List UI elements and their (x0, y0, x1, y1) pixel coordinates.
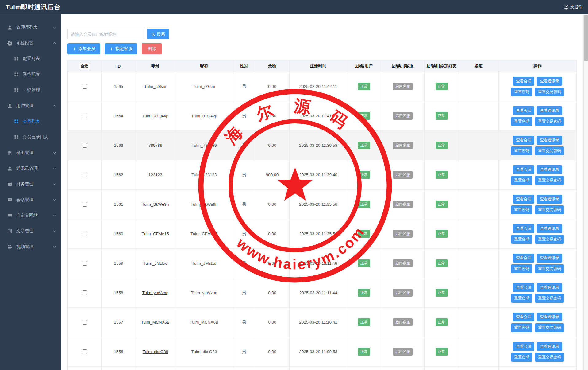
account-link[interactable]: Tulm_c0lsnr (144, 84, 167, 89)
sidebar-item-admin-list[interactable]: 管理员列表 (0, 20, 61, 35)
view-session-button[interactable]: 查看会话 (513, 342, 534, 351)
view-contacts-button[interactable]: 查看通讯录 (537, 283, 562, 292)
friend-status-badge[interactable]: 正常 (436, 259, 448, 267)
view-contacts-button[interactable]: 查看通讯录 (537, 313, 562, 321)
reset-password-button[interactable]: 重置密码 (511, 88, 532, 96)
account-link[interactable]: Tulm_SkWe9h (142, 202, 169, 207)
reset-password-button[interactable]: 重置密码 (511, 117, 532, 126)
service-status-badge[interactable]: 启用客服 (393, 318, 413, 326)
row-checkbox[interactable] (83, 84, 87, 89)
friend-status-badge[interactable]: 正常 (436, 171, 448, 179)
reset-password-button[interactable]: 重置密码 (511, 323, 532, 332)
reset-trade-password-button[interactable]: 重置交易密码 (535, 353, 564, 362)
view-contacts-button[interactable]: 查看通讯录 (537, 165, 562, 174)
view-contacts-button[interactable]: 查看通讯录 (537, 106, 562, 115)
reset-trade-password-button[interactable]: 重置交易密码 (535, 176, 564, 185)
row-checkbox[interactable] (83, 232, 87, 236)
friend-status-badge[interactable]: 正常 (436, 318, 448, 326)
reset-password-button[interactable]: 重置密码 (511, 353, 532, 362)
reset-password-button[interactable]: 重置密码 (511, 176, 532, 185)
friend-status-badge[interactable]: 正常 (436, 83, 448, 90)
row-checkbox[interactable] (83, 202, 87, 207)
vertical-scrollbar[interactable] (583, 14, 588, 370)
service-status-badge[interactable]: 启用客服 (393, 142, 413, 149)
user-status-badge[interactable]: 正常 (358, 230, 370, 238)
reset-password-button[interactable]: 重置密码 (511, 205, 532, 214)
scrollbar-thumb[interactable] (584, 15, 588, 61)
service-status-badge[interactable]: 启用客服 (393, 348, 413, 356)
welcome-menu[interactable]: 欢迎你 (564, 4, 583, 10)
reset-trade-password-button[interactable]: 重置交易密码 (535, 235, 564, 244)
view-session-button[interactable]: 查看会话 (513, 283, 534, 292)
view-session-button[interactable]: 查看会话 (513, 136, 534, 145)
user-status-badge[interactable]: 正常 (358, 142, 370, 149)
view-contacts-button[interactable]: 查看通讯录 (537, 136, 562, 145)
row-checkbox[interactable] (83, 173, 87, 177)
friend-status-badge[interactable]: 正常 (436, 201, 448, 208)
sidebar-item-member-list[interactable]: 会员列表 (0, 114, 61, 129)
add-member-button[interactable]: 添加会员 (67, 43, 100, 54)
friend-status-badge[interactable]: 正常 (436, 112, 448, 120)
sidebar-item-system-settings[interactable]: 系统设置 (0, 35, 61, 51)
service-status-badge[interactable]: 启用客服 (393, 171, 413, 179)
account-link[interactable]: Tulm_CFMe15 (142, 232, 169, 236)
sidebar-item-session-management[interactable]: 会话管理 (0, 192, 61, 208)
sidebar-item-user-management[interactable]: 用户管理 (0, 98, 61, 114)
view-contacts-button[interactable]: 查看通讯录 (537, 77, 562, 86)
view-session-button[interactable]: 查看会话 (513, 165, 534, 174)
sidebar-item-system-config[interactable]: 系统配置 (0, 67, 61, 82)
view-session-button[interactable]: 查看会话 (513, 106, 534, 115)
sidebar-item-contacts-management[interactable]: 通讯录管理 (0, 161, 61, 176)
reset-trade-password-button[interactable]: 重置交易密码 (535, 88, 564, 96)
view-session-button[interactable]: 查看会话 (513, 224, 534, 233)
account-link[interactable]: Tulm_ymVzaq (142, 290, 169, 295)
account-link[interactable]: Tulm_MCNX6B (141, 320, 170, 325)
row-checkbox[interactable] (83, 143, 87, 148)
view-contacts-button[interactable]: 查看通讯录 (537, 195, 562, 204)
reset-trade-password-button[interactable]: 重置交易密码 (535, 294, 564, 303)
assign-service-button[interactable]: 指定客服 (105, 43, 137, 54)
reset-trade-password-button[interactable]: 重置交易密码 (535, 146, 564, 155)
user-status-badge[interactable]: 正常 (358, 112, 370, 120)
user-status-badge[interactable]: 正常 (358, 83, 370, 90)
account-link[interactable]: 789789 (148, 143, 162, 148)
friend-status-badge[interactable]: 正常 (436, 230, 448, 238)
sidebar-item-article-management[interactable]: 文章管理 (0, 223, 61, 239)
view-contacts-button[interactable]: 查看通讯录 (537, 224, 562, 233)
sidebar-item-group-management[interactable]: 群组管理 (0, 145, 61, 161)
sidebar-item-custom-website[interactable]: 自定义网站 (0, 208, 61, 223)
friend-status-badge[interactable]: 正常 (436, 289, 448, 297)
view-session-button[interactable]: 查看会话 (513, 313, 534, 321)
select-all-button[interactable]: 全选 (79, 63, 90, 69)
view-session-button[interactable]: 查看会话 (513, 195, 534, 204)
reset-trade-password-button[interactable]: 重置交易密码 (535, 323, 564, 332)
search-button[interactable]: 搜索 (147, 29, 169, 39)
sidebar-item-config-list[interactable]: 配置列表 (0, 51, 61, 67)
view-contacts-button[interactable]: 查看通讯录 (537, 254, 562, 263)
service-status-badge[interactable]: 启用客服 (393, 112, 413, 120)
reset-password-button[interactable]: 重置密码 (511, 146, 532, 155)
row-checkbox[interactable] (83, 290, 87, 295)
sidebar-item-video-management[interactable]: 视频管理 (0, 239, 61, 255)
view-contacts-button[interactable]: 查看通讯录 (537, 342, 562, 351)
user-status-badge[interactable]: 正常 (358, 348, 370, 356)
reset-trade-password-button[interactable]: 重置交易密码 (535, 205, 564, 214)
reset-trade-password-button[interactable]: 重置交易密码 (535, 117, 564, 126)
service-status-badge[interactable]: 启用客服 (393, 259, 413, 267)
row-checkbox[interactable] (83, 114, 87, 118)
service-status-badge[interactable]: 启用客服 (393, 83, 413, 90)
user-status-badge[interactable]: 正常 (358, 171, 370, 179)
delete-button[interactable]: 删除 (142, 43, 162, 54)
reset-password-button[interactable]: 重置密码 (511, 235, 532, 244)
account-link[interactable]: Tulm_dksO39 (143, 349, 168, 354)
service-status-badge[interactable]: 启用客服 (393, 230, 413, 238)
sidebar-item-one-key-clean[interactable]: 一键清理 (0, 82, 61, 98)
reset-password-button[interactable]: 重置密码 (511, 264, 532, 273)
service-status-badge[interactable]: 启用客服 (393, 201, 413, 208)
sidebar-item-finance-management[interactable]: 财务管理 (0, 176, 61, 192)
reset-trade-password-button[interactable]: 重置交易密码 (535, 264, 564, 273)
row-checkbox[interactable] (83, 320, 87, 325)
user-status-badge[interactable]: 正常 (358, 318, 370, 326)
friend-status-badge[interactable]: 正常 (436, 142, 448, 149)
reset-password-button[interactable]: 重置密码 (511, 294, 532, 303)
